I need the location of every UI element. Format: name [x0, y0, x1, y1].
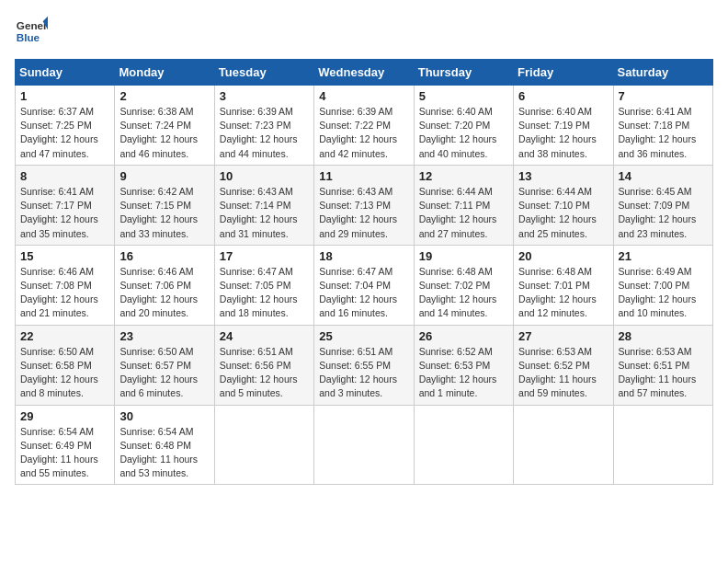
calendar-day: 26 Sunrise: 6:52 AMSunset: 6:53 PMDaylig…	[414, 325, 513, 405]
calendar-day: 2 Sunrise: 6:38 AMSunset: 7:24 PMDayligh…	[115, 86, 214, 166]
day-number: 23	[119, 329, 209, 343]
weekday-header: Tuesday	[214, 60, 313, 86]
day-detail: Sunrise: 6:47 AMSunset: 7:05 PMDaylight:…	[220, 266, 298, 319]
day-number: 6	[518, 89, 608, 103]
day-detail: Sunrise: 6:50 AMSunset: 6:58 PMDaylight:…	[20, 346, 98, 399]
calendar-day: 1 Sunrise: 6:37 AMSunset: 7:25 PMDayligh…	[16, 86, 115, 166]
day-detail: Sunrise: 6:46 AMSunset: 7:08 PMDaylight:…	[20, 266, 98, 319]
calendar-day: 11 Sunrise: 6:43 AMSunset: 7:13 PMDaylig…	[314, 165, 414, 245]
day-detail: Sunrise: 6:53 AMSunset: 6:52 PMDaylight:…	[518, 346, 597, 399]
day-detail: Sunrise: 6:38 AMSunset: 7:24 PMDaylight:…	[119, 106, 198, 159]
header: General Blue	[15, 15, 713, 48]
day-number: 8	[20, 169, 109, 183]
weekday-header: Wednesday	[314, 60, 414, 86]
calendar-day: 10 Sunrise: 6:43 AMSunset: 7:14 PMDaylig…	[214, 165, 313, 245]
day-number: 18	[319, 249, 408, 263]
weekday-header: Friday	[514, 60, 613, 86]
day-detail: Sunrise: 6:41 AMSunset: 7:18 PMDaylight:…	[619, 106, 697, 159]
calendar-day: 25 Sunrise: 6:51 AMSunset: 6:55 PMDaylig…	[314, 325, 414, 405]
day-number: 19	[419, 249, 508, 263]
logo-icon: General Blue	[15, 15, 48, 48]
day-number: 20	[518, 249, 608, 263]
day-number: 13	[518, 169, 608, 183]
calendar-day: 28 Sunrise: 6:53 AMSunset: 6:51 PMDaylig…	[613, 325, 712, 405]
calendar-day: 16 Sunrise: 6:46 AMSunset: 7:06 PMDaylig…	[115, 245, 214, 325]
day-number: 25	[319, 329, 408, 343]
day-number: 30	[119, 409, 209, 423]
day-number: 28	[619, 329, 708, 343]
calendar-day: 23 Sunrise: 6:50 AMSunset: 6:57 PMDaylig…	[115, 325, 214, 405]
day-detail: Sunrise: 6:51 AMSunset: 6:55 PMDaylight:…	[319, 346, 397, 399]
day-detail: Sunrise: 6:53 AMSunset: 6:51 PMDaylight:…	[619, 346, 697, 399]
day-detail: Sunrise: 6:49 AMSunset: 7:00 PMDaylight:…	[619, 266, 697, 319]
day-detail: Sunrise: 6:40 AMSunset: 7:19 PMDaylight:…	[518, 106, 597, 159]
day-detail: Sunrise: 6:44 AMSunset: 7:10 PMDaylight:…	[518, 186, 597, 239]
day-number: 3	[220, 89, 309, 103]
day-number: 9	[119, 169, 209, 183]
weekday-header: Saturday	[613, 60, 712, 86]
day-detail: Sunrise: 6:43 AMSunset: 7:14 PMDaylight:…	[220, 186, 298, 239]
empty-cell	[214, 405, 313, 485]
calendar-day: 4 Sunrise: 6:39 AMSunset: 7:22 PMDayligh…	[314, 86, 414, 166]
calendar-day: 29 Sunrise: 6:54 AMSunset: 6:49 PMDaylig…	[16, 405, 115, 485]
day-detail: Sunrise: 6:54 AMSunset: 6:48 PMDaylight:…	[119, 426, 198, 479]
day-detail: Sunrise: 6:50 AMSunset: 6:57 PMDaylight:…	[119, 346, 198, 399]
day-number: 21	[619, 249, 708, 263]
calendar-day: 18 Sunrise: 6:47 AMSunset: 7:04 PMDaylig…	[314, 245, 414, 325]
calendar-day: 19 Sunrise: 6:48 AMSunset: 7:02 PMDaylig…	[414, 245, 513, 325]
calendar-day: 8 Sunrise: 6:41 AMSunset: 7:17 PMDayligh…	[16, 165, 115, 245]
day-detail: Sunrise: 6:52 AMSunset: 6:53 PMDaylight:…	[419, 346, 497, 399]
calendar-day: 20 Sunrise: 6:48 AMSunset: 7:01 PMDaylig…	[514, 245, 613, 325]
day-detail: Sunrise: 6:41 AMSunset: 7:17 PMDaylight:…	[20, 186, 98, 239]
weekday-header: Sunday	[16, 60, 115, 86]
day-number: 27	[518, 329, 608, 343]
day-detail: Sunrise: 6:48 AMSunset: 7:01 PMDaylight:…	[518, 266, 597, 319]
day-number: 29	[20, 409, 109, 423]
day-number: 17	[220, 249, 309, 263]
day-detail: Sunrise: 6:42 AMSunset: 7:15 PMDaylight:…	[119, 186, 198, 239]
calendar-day: 17 Sunrise: 6:47 AMSunset: 7:05 PMDaylig…	[214, 245, 313, 325]
day-number: 26	[419, 329, 508, 343]
day-number: 5	[419, 89, 508, 103]
day-detail: Sunrise: 6:44 AMSunset: 7:11 PMDaylight:…	[419, 186, 497, 239]
day-number: 12	[419, 169, 508, 183]
calendar-day: 12 Sunrise: 6:44 AMSunset: 7:11 PMDaylig…	[414, 165, 513, 245]
day-detail: Sunrise: 6:54 AMSunset: 6:49 PMDaylight:…	[20, 426, 98, 479]
logo: General Blue	[15, 15, 48, 48]
day-detail: Sunrise: 6:40 AMSunset: 7:20 PMDaylight:…	[419, 106, 497, 159]
day-number: 1	[20, 89, 109, 103]
day-number: 14	[619, 169, 708, 183]
calendar: SundayMondayTuesdayWednesdayThursdayFrid…	[15, 59, 713, 485]
weekday-header: Monday	[115, 60, 214, 86]
empty-cell	[414, 405, 513, 485]
calendar-day: 22 Sunrise: 6:50 AMSunset: 6:58 PMDaylig…	[16, 325, 115, 405]
calendar-day: 15 Sunrise: 6:46 AMSunset: 7:08 PMDaylig…	[16, 245, 115, 325]
calendar-day: 6 Sunrise: 6:40 AMSunset: 7:19 PMDayligh…	[514, 86, 613, 166]
calendar-day: 24 Sunrise: 6:51 AMSunset: 6:56 PMDaylig…	[214, 325, 313, 405]
calendar-day: 13 Sunrise: 6:44 AMSunset: 7:10 PMDaylig…	[514, 165, 613, 245]
calendar-day: 14 Sunrise: 6:45 AMSunset: 7:09 PMDaylig…	[613, 165, 712, 245]
day-number: 16	[119, 249, 209, 263]
calendar-day: 9 Sunrise: 6:42 AMSunset: 7:15 PMDayligh…	[115, 165, 214, 245]
empty-cell	[613, 405, 712, 485]
day-number: 4	[319, 89, 408, 103]
day-detail: Sunrise: 6:37 AMSunset: 7:25 PMDaylight:…	[20, 106, 98, 159]
empty-cell	[314, 405, 414, 485]
day-number: 24	[220, 329, 309, 343]
svg-text:Blue: Blue	[17, 31, 40, 43]
empty-cell	[514, 405, 613, 485]
day-detail: Sunrise: 6:47 AMSunset: 7:04 PMDaylight:…	[319, 266, 397, 319]
weekday-header: Thursday	[414, 60, 513, 86]
calendar-day: 27 Sunrise: 6:53 AMSunset: 6:52 PMDaylig…	[514, 325, 613, 405]
day-number: 2	[119, 89, 209, 103]
calendar-day: 3 Sunrise: 6:39 AMSunset: 7:23 PMDayligh…	[214, 86, 313, 166]
day-detail: Sunrise: 6:39 AMSunset: 7:22 PMDaylight:…	[319, 106, 397, 159]
day-detail: Sunrise: 6:48 AMSunset: 7:02 PMDaylight:…	[419, 266, 497, 319]
day-number: 22	[20, 329, 109, 343]
day-number: 7	[619, 89, 708, 103]
day-detail: Sunrise: 6:45 AMSunset: 7:09 PMDaylight:…	[619, 186, 697, 239]
day-number: 15	[20, 249, 109, 263]
day-detail: Sunrise: 6:46 AMSunset: 7:06 PMDaylight:…	[119, 266, 198, 319]
day-detail: Sunrise: 6:43 AMSunset: 7:13 PMDaylight:…	[319, 186, 397, 239]
day-number: 10	[220, 169, 309, 183]
